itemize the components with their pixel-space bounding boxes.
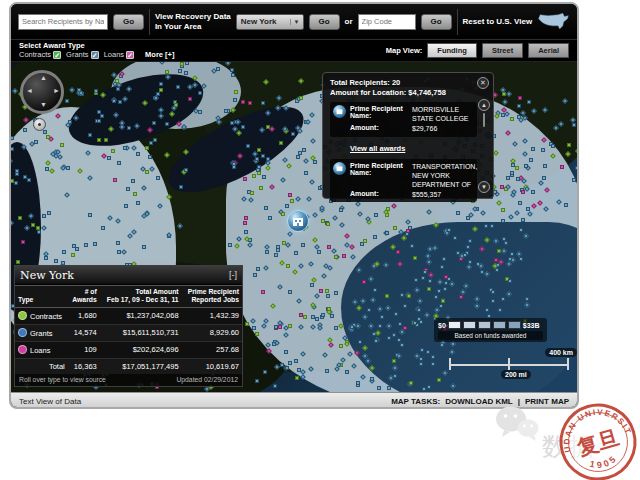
award-marker[interactable] xyxy=(531,190,535,194)
award-marker[interactable] xyxy=(501,219,505,223)
award-marker[interactable] xyxy=(286,163,292,169)
award-marker[interactable] xyxy=(531,108,537,114)
table-row-grants[interactable]: Grants 14,574 $15,611,510,731 8,929.60 xyxy=(15,324,242,341)
loans-checkbox[interactable]: ✓ xyxy=(126,51,134,59)
award-marker[interactable] xyxy=(444,281,448,285)
award-marker[interactable] xyxy=(85,151,91,157)
award-marker[interactable] xyxy=(265,342,271,348)
award-marker[interactable] xyxy=(342,254,346,258)
award-marker[interactable] xyxy=(431,362,435,366)
award-marker[interactable] xyxy=(266,125,270,129)
award-marker[interactable] xyxy=(391,203,397,209)
award-marker[interactable] xyxy=(543,206,549,212)
award-marker[interactable] xyxy=(126,187,130,191)
award-marker[interactable] xyxy=(261,154,265,158)
award-marker[interactable] xyxy=(153,138,157,142)
award-marker[interactable] xyxy=(433,222,439,228)
award-marker[interactable] xyxy=(501,208,505,212)
award-marker[interactable] xyxy=(285,204,289,208)
award-marker[interactable] xyxy=(463,283,469,289)
award-marker[interactable] xyxy=(380,315,384,319)
pan-up-icon[interactable]: ▲ xyxy=(40,74,47,81)
award-marker[interactable] xyxy=(70,88,76,94)
award-marker[interactable] xyxy=(505,184,511,190)
award-marker[interactable] xyxy=(147,127,153,133)
award-marker[interactable] xyxy=(275,364,281,370)
award-marker[interactable] xyxy=(166,194,172,200)
pan-down-icon[interactable]: ▼ xyxy=(40,101,47,108)
award-marker[interactable] xyxy=(319,289,323,293)
award-marker[interactable] xyxy=(427,385,431,389)
award-marker[interactable] xyxy=(263,370,267,374)
award-marker[interactable] xyxy=(136,152,140,156)
award-marker[interactable] xyxy=(526,207,530,211)
award-marker[interactable] xyxy=(362,345,368,351)
text-view-of-data-link[interactable]: Text View of Data xyxy=(19,397,81,406)
award-marker[interactable] xyxy=(55,113,61,119)
award-marker[interactable] xyxy=(14,181,18,185)
award-marker[interactable] xyxy=(121,249,127,255)
award-marker[interactable] xyxy=(423,270,427,274)
award-marker[interactable] xyxy=(506,176,510,180)
award-marker[interactable] xyxy=(119,125,125,131)
award-marker[interactable] xyxy=(295,196,301,202)
award-marker[interactable] xyxy=(433,245,439,251)
award-marker[interactable] xyxy=(517,104,521,108)
award-marker[interactable] xyxy=(527,100,531,104)
award-marker[interactable] xyxy=(21,240,25,244)
award-marker[interactable] xyxy=(334,291,338,295)
award-marker[interactable] xyxy=(275,105,281,111)
award-marker[interactable] xyxy=(11,136,14,140)
award-marker[interactable] xyxy=(410,244,414,248)
award-marker[interactable] xyxy=(518,96,522,100)
award-marker[interactable] xyxy=(181,124,187,130)
award-marker[interactable] xyxy=(280,363,284,367)
award-marker[interactable] xyxy=(263,265,269,271)
award-marker[interactable] xyxy=(350,254,356,260)
award-marker[interactable] xyxy=(123,96,129,102)
award-marker[interactable] xyxy=(28,213,34,219)
award-marker[interactable] xyxy=(516,251,522,257)
award-marker[interactable] xyxy=(115,218,121,224)
award-marker[interactable] xyxy=(450,383,456,389)
award-marker[interactable] xyxy=(250,318,256,324)
award-marker[interactable] xyxy=(328,342,334,348)
award-marker[interactable] xyxy=(428,279,432,283)
award-marker[interactable] xyxy=(538,180,544,186)
award-marker[interactable] xyxy=(301,369,307,375)
award-marker[interactable] xyxy=(45,160,51,166)
award-marker[interactable] xyxy=(409,381,413,385)
award-marker[interactable] xyxy=(153,95,159,101)
award-marker[interactable] xyxy=(514,210,520,216)
award-marker[interactable] xyxy=(403,304,407,308)
award-marker[interactable] xyxy=(321,313,325,317)
award-marker[interactable] xyxy=(572,123,576,127)
award-marker[interactable] xyxy=(236,237,242,243)
award-marker[interactable] xyxy=(298,324,304,330)
award-marker[interactable] xyxy=(313,160,317,164)
award-marker[interactable] xyxy=(259,128,265,134)
award-marker[interactable] xyxy=(405,220,411,226)
award-marker[interactable] xyxy=(518,201,522,205)
award-marker[interactable] xyxy=(527,211,533,217)
award-marker[interactable] xyxy=(279,260,285,266)
award-marker[interactable] xyxy=(184,168,188,172)
award-marker[interactable] xyxy=(377,386,381,390)
award-marker[interactable] xyxy=(111,149,115,153)
award-marker[interactable] xyxy=(257,148,261,152)
award-marker[interactable] xyxy=(349,244,355,250)
award-marker[interactable] xyxy=(479,246,485,252)
award-marker[interactable] xyxy=(300,374,306,380)
award-marker[interactable] xyxy=(266,349,272,355)
award-marker[interactable] xyxy=(148,155,152,159)
selected-location-pin[interactable] xyxy=(287,210,309,232)
award-marker[interactable] xyxy=(456,211,460,215)
award-marker[interactable] xyxy=(370,377,374,381)
award-marker[interactable] xyxy=(176,85,180,89)
award-marker[interactable] xyxy=(521,190,525,194)
award-marker[interactable] xyxy=(373,235,377,239)
award-marker[interactable] xyxy=(88,133,92,137)
award-marker[interactable] xyxy=(439,304,443,308)
award-marker[interactable] xyxy=(559,121,565,127)
award-marker[interactable] xyxy=(472,227,478,233)
